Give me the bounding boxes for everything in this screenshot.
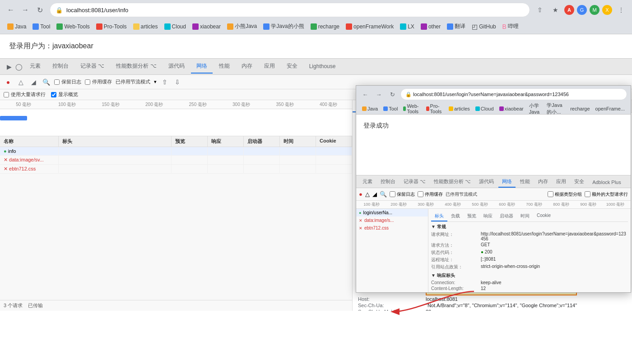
bookmark-lx[interactable]: LX <box>397 23 417 31</box>
tab-memory[interactable]: 内存 <box>236 60 258 74</box>
popup-large-rows-input[interactable] <box>585 191 590 197</box>
preserve-log-input[interactable] <box>54 79 60 85</box>
tab-security[interactable]: 安全 <box>281 60 303 74</box>
overview-checkbox[interactable]: 显示概览 <box>51 91 78 98</box>
popup-detail-tab-response[interactable]: 响应 <box>480 212 496 221</box>
popup-detail-tab-headers[interactable]: 标头 <box>431 212 447 221</box>
bookmark-learnjava[interactable]: 学Java的小熊 <box>260 22 307 31</box>
disable-cache-checkbox[interactable]: 停用缓存 <box>85 78 112 85</box>
popup-bk-protools[interactable]: Pro-Tools <box>424 103 446 115</box>
bookmark-bilibili[interactable]: B 哔哩 <box>500 22 521 31</box>
popup-filter-icon[interactable]: ◢ <box>372 191 377 198</box>
ext-icon-2[interactable]: M <box>590 5 599 15</box>
bookmark-webtools[interactable]: Web-Tools <box>54 23 92 31</box>
bookmark-translate[interactable]: 翻译 <box>444 22 468 31</box>
download-icon[interactable]: ⇩ <box>173 78 182 87</box>
popup-clear-icon[interactable]: △ <box>365 191 370 198</box>
network-row-image[interactable]: ✕ data:image/sv... <box>0 156 352 165</box>
popup-dt-tab-recorder[interactable]: 记录器 ⌥ <box>400 176 429 188</box>
popup-bk-xiaobear[interactable]: xiaobear <box>497 106 526 112</box>
popup-bk-webtools[interactable]: Web-Tools <box>401 103 423 115</box>
share-icon[interactable]: ⇧ <box>534 4 546 16</box>
popup-net-item-login[interactable]: ● login/userNa... <box>356 209 428 217</box>
popup-detail-tab-preview[interactable]: 预览 <box>464 212 480 221</box>
popup-bk-recharge[interactable]: recharge <box>568 106 592 112</box>
devtools-inspect-icon[interactable]: ▶ <box>5 62 14 71</box>
popup-bk-xlj[interactable]: 小学Java <box>527 103 544 115</box>
tab-recorder[interactable]: 记录器 ⌥ <box>75 60 110 74</box>
disable-cache-input[interactable] <box>85 79 90 85</box>
address-bar[interactable]: 🔒 localhost:8081/user/info <box>50 3 530 17</box>
bookmark-xiaoxiong[interactable]: 小熊Java <box>224 22 260 31</box>
tab-network[interactable]: 网络 <box>191 60 213 74</box>
popup-dt-tab-sources[interactable]: 源代码 <box>475 176 497 188</box>
popup-detail-tab-timing[interactable]: 时间 <box>517 212 533 221</box>
more-icon[interactable]: ⋮ <box>615 4 627 16</box>
search-icon[interactable]: 🔍 <box>42 78 51 87</box>
popup-bk-java[interactable]: Java <box>360 106 380 112</box>
popup-large-rows[interactable]: 额外的大型请求行 <box>585 191 628 198</box>
tab-sources[interactable]: 源代码 <box>163 60 190 74</box>
network-row-info[interactable]: ● info <box>0 147 352 156</box>
network-row-css[interactable]: ✕ ebtn712.css <box>0 165 352 174</box>
clear-button[interactable]: △ <box>16 78 25 87</box>
popup-record-icon[interactable]: ● <box>359 191 362 198</box>
record-button[interactable]: ● <box>4 78 13 87</box>
abp-icon[interactable]: A <box>564 5 574 15</box>
reload-button[interactable]: ↻ <box>33 4 46 16</box>
popup-detail-tab-payload[interactable]: 负载 <box>447 212 464 221</box>
tab-application[interactable]: 应用 <box>259 60 280 74</box>
ext-icon-1[interactable]: G <box>577 5 587 15</box>
bookmark-openframework[interactable]: openFrameWork <box>343 23 396 31</box>
popup-bk-tool[interactable]: Tool <box>381 106 400 112</box>
popup-bk-openframe[interactable]: openFrame... <box>593 106 627 112</box>
ext-icon-3[interactable]: X <box>602 5 612 15</box>
popup-dt-tab-network[interactable]: 网络 <box>498 176 516 188</box>
popup-split-rows-input[interactable] <box>548 191 553 197</box>
popup-forward-btn[interactable]: → <box>373 89 384 100</box>
popup-search-icon[interactable]: 🔍 <box>380 191 387 198</box>
popup-bk-learnjava[interactable]: 学Java的小... <box>544 103 567 115</box>
large-requests-input[interactable] <box>4 92 9 97</box>
popup-dt-tab-application[interactable]: 应用 <box>553 176 570 188</box>
tab-console[interactable]: 控制台 <box>47 60 74 74</box>
popup-bk-articles[interactable]: articles <box>446 106 472 112</box>
popup-disable-cache[interactable]: 停用缓存 <box>418 191 443 198</box>
tab-elements[interactable]: 元素 <box>24 60 46 74</box>
popup-reload-btn[interactable]: ↻ <box>387 89 398 100</box>
bookmark-protools[interactable]: Pro-Tools <box>93 23 130 31</box>
large-requests-checkbox[interactable]: 使用大量请求行 <box>4 91 46 98</box>
popup-dt-tab-security[interactable]: 安全 <box>571 176 588 188</box>
popup-dt-tab-performance[interactable]: 性能 <box>516 176 534 188</box>
back-button[interactable]: ← <box>5 4 17 16</box>
popup-back-btn[interactable]: ← <box>360 89 371 100</box>
forward-button[interactable]: → <box>19 4 32 16</box>
bookmark-cloud[interactable]: Cloud <box>162 23 189 31</box>
popup-net-item-image[interactable]: ✕ data:image/s... <box>356 217 428 224</box>
bookmark-java[interactable]: Java <box>5 23 29 31</box>
popup-dt-tab-memory[interactable]: 内存 <box>534 176 552 188</box>
bookmark-articles[interactable]: articles <box>130 23 161 31</box>
popup-detail-tab-initiator[interactable]: 启动器 <box>496 212 517 221</box>
popup-detail-tab-cookie[interactable]: Cookie <box>533 212 554 221</box>
filter-icon[interactable]: ◢ <box>29 78 38 87</box>
bookmark-tool[interactable]: Tool <box>30 23 53 31</box>
popup-dt-tab-elements[interactable]: 元素 <box>359 176 376 188</box>
bookmark-recharge[interactable]: recharge <box>308 23 342 31</box>
popup-dt-tab-adblock[interactable]: Adblock Plus <box>589 178 625 188</box>
popup-dt-tab-perf[interactable]: 性能数据分析 ⌥ <box>430 176 474 188</box>
bookmark-other[interactable]: other <box>418 23 443 31</box>
bookmark-xiaobear[interactable]: xiaobear <box>190 23 223 31</box>
tab-lighthouse[interactable]: Lighthouse <box>304 60 341 73</box>
popup-net-item-css[interactable]: ✕ ebtn712.css <box>356 224 428 232</box>
popup-disable-cache-input[interactable] <box>418 191 423 197</box>
tab-performance-insights[interactable]: 性能数据分析 ⌥ <box>111 60 162 74</box>
bookmark-github[interactable]: ◰ GitHub <box>469 22 498 31</box>
popup-dt-tab-console[interactable]: 控制台 <box>377 176 399 188</box>
throttle-dropdown[interactable]: ▾ <box>154 79 157 85</box>
overview-input[interactable] <box>51 92 56 97</box>
popup-preserve-log-input[interactable] <box>390 191 395 197</box>
bookmark-star-icon[interactable]: ★ <box>549 4 562 16</box>
popup-split-rows[interactable]: 根据类型分组 <box>548 191 582 198</box>
preserve-log-checkbox[interactable]: 保留日志 <box>54 78 81 85</box>
